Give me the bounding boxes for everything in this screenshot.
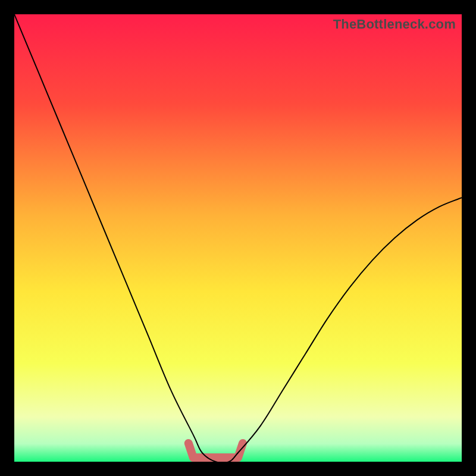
- bottleneck-curve-path: [14, 14, 462, 462]
- chart-overlay-svg: [14, 14, 462, 462]
- bottom-highlight-path: [189, 443, 243, 458]
- plot-area: TheBottleneck.com: [14, 14, 462, 462]
- chart-frame: TheBottleneck.com: [0, 0, 476, 476]
